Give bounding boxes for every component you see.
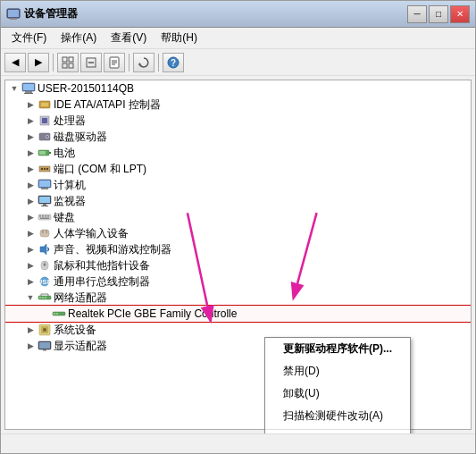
keyboard-icon <box>38 210 52 224</box>
svg-rect-38 <box>39 197 50 203</box>
expand-icon-display[interactable]: ▶ <box>23 339 38 353</box>
battery-icon <box>38 146 52 160</box>
menu-file[interactable]: 文件(F) <box>4 29 54 47</box>
toolbar-sep3 <box>158 54 159 71</box>
svg-rect-71 <box>43 349 46 351</box>
tree-root-label: USER-20150114QB <box>38 82 134 95</box>
svg-rect-65 <box>56 313 58 315</box>
expand-icon-realtek <box>38 307 52 321</box>
help-button[interactable]: ? <box>163 53 184 72</box>
forward-button[interactable]: ▶ <box>28 53 49 72</box>
svg-point-26 <box>46 136 48 138</box>
menu-view[interactable]: 查看(V) <box>104 29 154 47</box>
hid-icon <box>38 226 52 240</box>
tree-item-ide-label: IDE ATA/ATAPI 控制器 <box>54 97 161 113</box>
expand-icon-root[interactable]: ▼ <box>7 81 21 96</box>
tree-item-disk-label: 磁盘驱动器 <box>54 130 107 145</box>
menu-action[interactable]: 操作(A) <box>54 29 104 47</box>
svg-rect-48 <box>42 230 44 233</box>
menu-help[interactable]: 帮助(H) <box>154 29 205 47</box>
svg-point-53 <box>44 264 46 266</box>
tree-item-monitor[interactable]: ▶ 监视器 <box>5 193 471 209</box>
window-title: 设备管理器 <box>24 6 78 21</box>
svg-text:USB: USB <box>38 278 52 286</box>
tree-item-mouse[interactable]: ▶ 鼠标和其他指针设备 <box>5 257 471 273</box>
tree-item-battery[interactable]: ▶ 电池 <box>5 145 471 161</box>
tree-item-disk[interactable]: ▶ 磁盘驱动器 <box>5 129 471 145</box>
tree-item-port-label: 端口 (COM 和 LPT) <box>54 162 146 177</box>
port-icon <box>38 162 52 176</box>
tree-item-usb[interactable]: ▶ USB 通用串行总线控制器 <box>5 273 471 290</box>
title-bar-left: 设备管理器 <box>6 6 78 21</box>
expand-button[interactable] <box>57 53 79 72</box>
svg-rect-29 <box>39 151 46 155</box>
collapse-button[interactable] <box>80 53 102 72</box>
svg-rect-19 <box>24 93 33 94</box>
svg-rect-1 <box>10 18 17 20</box>
toolbar-sep1 <box>53 54 54 71</box>
tree-item-ide[interactable]: ▶ IDE ATA/ATAPI 控制器 <box>5 97 471 113</box>
svg-rect-47 <box>40 230 49 237</box>
tree-item-system-label: 系统设备 <box>54 323 96 338</box>
minimize-button[interactable]: ─ <box>407 5 427 23</box>
tree-item-hid[interactable]: ▶ 人体学输入设备 <box>5 225 471 241</box>
tree-item-sound[interactable]: ▶ 声音、视频和游戏控制器 <box>5 241 471 257</box>
tree-item-keyboard-label: 键盘 <box>54 210 75 225</box>
tree-item-sound-label: 声音、视频和游戏控制器 <box>54 242 171 257</box>
tree-item-computer[interactable]: ▶ 计算机 <box>5 177 471 193</box>
tree-item-network[interactable]: ▼ 网络适配器 <box>5 290 471 306</box>
expand-icon-keyboard[interactable]: ▶ <box>23 210 38 224</box>
expand-icon-hid[interactable]: ▶ <box>23 226 38 240</box>
window-icon <box>6 7 21 21</box>
svg-rect-43 <box>42 215 44 217</box>
back-button[interactable]: ◀ <box>4 53 26 72</box>
expand-icon-cpu[interactable]: ▶ <box>23 114 38 128</box>
expand-icon-system[interactable]: ▶ <box>23 323 38 337</box>
toolbar-sep2 <box>129 54 129 71</box>
tree-item-keyboard[interactable]: ▶ 键盘 <box>5 209 471 225</box>
expand-icon-ide[interactable]: ▶ <box>23 97 38 112</box>
title-bar-buttons: ─ □ ✕ <box>407 5 470 23</box>
svg-marker-50 <box>40 244 46 255</box>
expand-icon-port[interactable]: ▶ <box>23 162 38 176</box>
expand-icon-disk[interactable]: ▶ <box>23 130 38 144</box>
expand-icon-usb[interactable]: ▶ <box>23 274 38 289</box>
tree-item-hid-label: 人体学输入设备 <box>54 226 129 241</box>
svg-marker-13 <box>138 63 142 65</box>
tree-root[interactable]: ▼ USER-20150114QB <box>5 80 471 97</box>
expand-icon-computer[interactable]: ▶ <box>23 178 38 192</box>
context-menu-update[interactable]: 更新驱动程序软件(P)... <box>265 338 410 360</box>
refresh-button[interactable] <box>133 53 154 72</box>
svg-rect-31 <box>41 168 43 170</box>
context-menu-uninstall[interactable]: 卸载(U) <box>265 383 410 405</box>
expand-icon-monitor[interactable]: ▶ <box>23 194 38 208</box>
svg-text:?: ? <box>171 58 176 68</box>
properties-button[interactable] <box>104 53 125 72</box>
tree-item-system[interactable]: ▶ 系统设备 <box>5 322 471 338</box>
tree-item-mouse-label: 鼠标和其他指针设备 <box>54 258 150 273</box>
tree-item-realtek[interactable]: Realtek PCIe GBE Family Controlle <box>5 306 471 322</box>
context-menu-disable[interactable]: 禁用(D) <box>265 360 410 383</box>
tree-item-computer-label: 计算机 <box>54 178 86 193</box>
svg-rect-3 <box>63 57 67 62</box>
svg-rect-46 <box>40 218 49 220</box>
context-menu-properties[interactable]: 属性(R) <box>265 432 410 433</box>
expand-icon-sound[interactable]: ▶ <box>23 242 38 256</box>
menu-bar: 文件(F) 操作(A) 查看(V) 帮助(H) <box>1 28 475 49</box>
mouse-icon <box>38 258 52 273</box>
tree-item-cpu[interactable]: ▶ 处理器 <box>5 113 471 129</box>
close-button[interactable]: ✕ <box>450 5 470 23</box>
expand-icon-battery[interactable]: ▶ <box>23 146 38 160</box>
main-content: ▼ USER-20150114QB ▶ IDE ATA/ATAPI <box>1 76 475 433</box>
context-menu-scan[interactable]: 扫描检测硬件改动(A) <box>265 405 410 427</box>
maximize-button[interactable]: □ <box>429 5 448 23</box>
system-icon <box>38 323 52 337</box>
realtek-icon <box>52 307 66 321</box>
expand-icon-mouse[interactable]: ▶ <box>23 258 38 273</box>
svg-rect-35 <box>39 181 50 187</box>
svg-rect-64 <box>54 313 55 315</box>
tree-item-port[interactable]: ▶ 端口 (COM 和 LPT) <box>5 161 471 177</box>
sound-icon <box>38 242 52 256</box>
svg-rect-41 <box>38 214 51 220</box>
expand-icon-network[interactable]: ▼ <box>23 290 38 305</box>
